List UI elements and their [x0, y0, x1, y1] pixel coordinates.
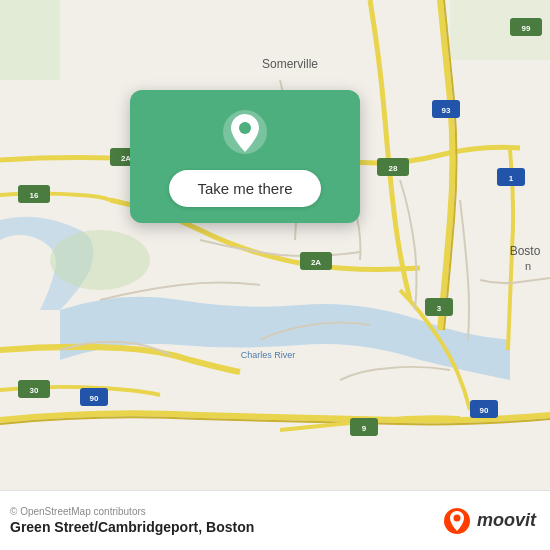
svg-text:3: 3: [437, 304, 442, 313]
svg-text:n: n: [525, 260, 531, 272]
take-me-there-button[interactable]: Take me there: [169, 170, 320, 207]
footer-left: © OpenStreetMap contributors Green Stree…: [10, 506, 254, 535]
svg-text:90: 90: [90, 394, 99, 403]
svg-text:99: 99: [522, 24, 531, 33]
svg-text:Charles River: Charles River: [241, 350, 296, 360]
svg-point-37: [453, 514, 460, 521]
copyright-text: © OpenStreetMap contributors: [10, 506, 254, 517]
svg-text:16: 16: [30, 191, 39, 200]
svg-text:30: 30: [30, 386, 39, 395]
popup-card: Take me there: [130, 90, 360, 223]
map-container: 2A MA 28 90 90 93 1 3 9 16 30 99 So: [0, 0, 550, 490]
svg-text:Somerville: Somerville: [262, 57, 318, 71]
svg-text:93: 93: [442, 106, 451, 115]
footer: © OpenStreetMap contributors Green Stree…: [0, 490, 550, 550]
moovit-logo: moovit: [443, 507, 536, 535]
map-background: 2A MA 28 90 90 93 1 3 9 16 30 99 So: [0, 0, 550, 490]
svg-text:28: 28: [389, 164, 398, 173]
svg-text:1: 1: [509, 174, 514, 183]
location-pin-icon: [221, 108, 269, 156]
svg-text:90: 90: [480, 406, 489, 415]
svg-text:9: 9: [362, 424, 367, 433]
svg-point-35: [239, 122, 251, 134]
svg-rect-1: [0, 0, 60, 80]
moovit-text: moovit: [477, 510, 536, 531]
moovit-icon: [443, 507, 471, 535]
svg-text:Bosto: Bosto: [510, 244, 541, 258]
location-name: Green Street/Cambridgeport, Boston: [10, 519, 254, 535]
svg-point-3: [50, 230, 150, 290]
svg-text:2A: 2A: [311, 258, 321, 267]
